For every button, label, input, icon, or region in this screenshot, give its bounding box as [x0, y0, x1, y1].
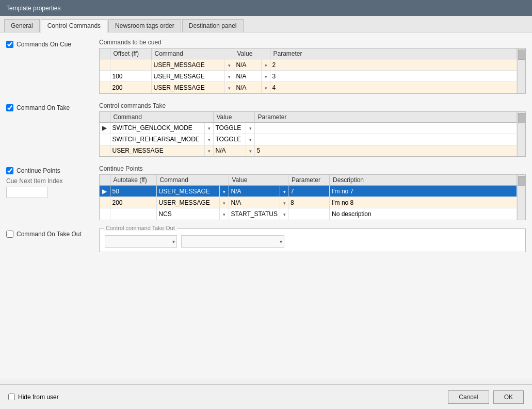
cell-command-chevron[interactable]: ▾: [205, 134, 213, 145]
commands-on-cue-table: Offset (ff) Command Value Parameter: [100, 48, 517, 93]
hide-from-user-label[interactable]: Hide from user: [18, 394, 59, 401]
cell-parameter[interactable]: 4: [270, 82, 517, 93]
continue-points-checkbox[interactable]: [6, 167, 13, 174]
command-on-take-out-section: Command On Take Out Control command Take…: [6, 228, 526, 252]
scrollbar-thumb: [518, 176, 525, 186]
row-indicator: [100, 134, 110, 145]
commands-on-cue-scrollbar[interactable]: [517, 48, 525, 93]
cell-value-chevron[interactable]: ▾: [261, 59, 270, 71]
cell-command: USER_MESSAGE: [156, 197, 219, 208]
footer-bar: Hide from user Cancel OK: [0, 384, 532, 409]
cell-value-chevron[interactable]: ▾: [246, 145, 254, 156]
table-row: USER_MESSAGE ▾ N/A ▾ 5: [100, 145, 517, 156]
ok-button[interactable]: OK: [493, 390, 524, 404]
cue-next-item-label: Cue Next Item Index: [6, 177, 99, 185]
cell-value-chevron[interactable]: ▾: [261, 82, 270, 93]
take-out-dropdown-1[interactable]: [105, 235, 177, 248]
col-description-cp: Description: [329, 175, 517, 186]
command-on-take-out-checkbox[interactable]: [6, 231, 13, 238]
cell-value-chevron[interactable]: ▾: [261, 71, 270, 82]
col-value-take: Value: [213, 112, 254, 123]
cell-value: N/A: [234, 82, 261, 93]
cell-description[interactable]: I'm no 8: [329, 197, 517, 208]
command-on-take-section: Command On Take Control commands Take Co…: [6, 102, 526, 157]
cell-command-chevron[interactable]: ▾: [205, 122, 213, 134]
hide-from-user-checkbox[interactable]: [8, 394, 15, 400]
cell-command: USER_MESSAGE: [151, 82, 224, 93]
title-text: Template properties: [6, 5, 60, 12]
row-indicator: ▶: [100, 186, 110, 197]
cell-command-chevron[interactable]: ▾: [219, 208, 229, 220]
cell-parameter[interactable]: 8: [288, 197, 329, 208]
command-on-take-table: Command Value Parameter ▶ SWITCH_GENLOCK…: [100, 112, 517, 157]
cancel-button[interactable]: Cancel: [448, 390, 489, 404]
col-value-cue: Value: [234, 48, 270, 59]
continue-points-left: Continue Points Cue Next Item Index: [6, 165, 99, 198]
cell-description[interactable]: No description: [329, 208, 517, 220]
cell-value-chevron[interactable]: ▾: [280, 197, 288, 208]
cell-description[interactable]: I'm no 7: [329, 186, 517, 197]
tab-newsroom-tags-order[interactable]: Newsroom tags order: [108, 19, 181, 32]
commands-on-cue-right: Commands to be cued Offset (ff) Command …: [99, 39, 526, 94]
cell-offset: 200: [110, 82, 151, 93]
cell-parameter[interactable]: [254, 122, 517, 134]
cell-parameter[interactable]: 5: [254, 145, 517, 156]
continue-points-checkbox-label[interactable]: Continue Points: [6, 167, 99, 174]
cell-command-chevron[interactable]: ▾: [224, 82, 234, 93]
table-row: NCS ▾ START_STATUS ▾ No description: [100, 208, 517, 220]
cell-command-chevron[interactable]: ▾: [205, 145, 213, 156]
cell-parameter[interactable]: [254, 134, 517, 145]
commands-on-cue-section: Commands On Cue Commands to be cued Offs…: [6, 39, 526, 94]
cell-command: USER_MESSAGE: [151, 59, 224, 71]
cell-autotake: [110, 208, 156, 220]
cell-offset: [110, 59, 151, 71]
take-out-select-wrapper-2: [181, 235, 284, 248]
cell-value-chevron[interactable]: ▾: [246, 134, 254, 145]
cell-parameter[interactable]: 7: [288, 186, 329, 197]
table-row: USER_MESSAGE ▾ N/A ▾ 2: [100, 59, 517, 71]
cell-command-chevron[interactable]: ▾: [219, 197, 229, 208]
cell-command-chevron[interactable]: ▾: [224, 71, 234, 82]
cell-value: START_STATUS: [229, 208, 280, 220]
row-indicator: [100, 208, 110, 220]
tab-general[interactable]: General: [4, 19, 40, 32]
cue-next-item-input[interactable]: [6, 187, 47, 198]
scrollbar-thumb: [518, 113, 525, 123]
footer-buttons: Cancel OK: [448, 390, 524, 404]
take-out-dropdown-2[interactable]: [181, 235, 284, 248]
cell-value: N/A: [229, 186, 280, 197]
tab-destination-panel[interactable]: Destination panel: [182, 19, 244, 32]
cell-command-chevron[interactable]: ▾: [219, 186, 229, 197]
take-out-select-wrapper-1: [105, 235, 177, 248]
cell-parameter[interactable]: 3: [270, 71, 517, 82]
commands-on-cue-left: Commands On Cue: [6, 39, 99, 48]
continue-points-scrollbar[interactable]: [517, 175, 525, 220]
col-parameter-cp: Parameter: [288, 175, 329, 186]
table-row: SWITCH_REHEARSAL_MODE ▾ TOGGLE ▾: [100, 134, 517, 145]
cell-value-chevron[interactable]: ▾: [246, 122, 254, 134]
tab-control-commands[interactable]: Control Commands: [41, 19, 107, 32]
cell-parameter[interactable]: [288, 208, 329, 220]
command-on-take-checkbox[interactable]: [6, 104, 13, 111]
cell-command-chevron[interactable]: ▾: [224, 59, 234, 71]
row-indicator: ▶: [100, 122, 110, 134]
continue-points-section: Continue Points Cue Next Item Index Cont…: [6, 165, 526, 220]
take-out-groupbox-title: Control command Take Out: [104, 225, 177, 231]
commands-on-cue-checkbox-label[interactable]: Commands On Cue: [6, 41, 99, 48]
scrollbar-thumb: [518, 50, 525, 60]
table-row: 200 USER_MESSAGE ▾ N/A ▾ 8 I'm no 8: [100, 197, 517, 208]
command-on-take-left: Command On Take: [6, 102, 99, 111]
command-on-take-right: Control commands Take Command Value Para…: [99, 102, 526, 157]
col-offset-cue: Offset (ff): [110, 48, 151, 59]
cell-value-chevron[interactable]: ▾: [280, 186, 288, 197]
commands-on-cue-checkbox[interactable]: [6, 41, 13, 48]
cell-value-chevron[interactable]: ▾: [280, 208, 288, 220]
cell-value: N/A: [234, 59, 261, 71]
cell-parameter[interactable]: 2: [270, 59, 517, 71]
cell-value: N/A: [213, 145, 246, 156]
table-row: 100 USER_MESSAGE ▾ N/A ▾ 3: [100, 71, 517, 82]
command-on-take-out-checkbox-label[interactable]: Command On Take Out: [6, 231, 99, 238]
command-on-take-checkbox-label[interactable]: Command On Take: [6, 104, 99, 111]
command-on-take-scrollbar[interactable]: [517, 112, 525, 157]
cell-offset: 100: [110, 71, 151, 82]
